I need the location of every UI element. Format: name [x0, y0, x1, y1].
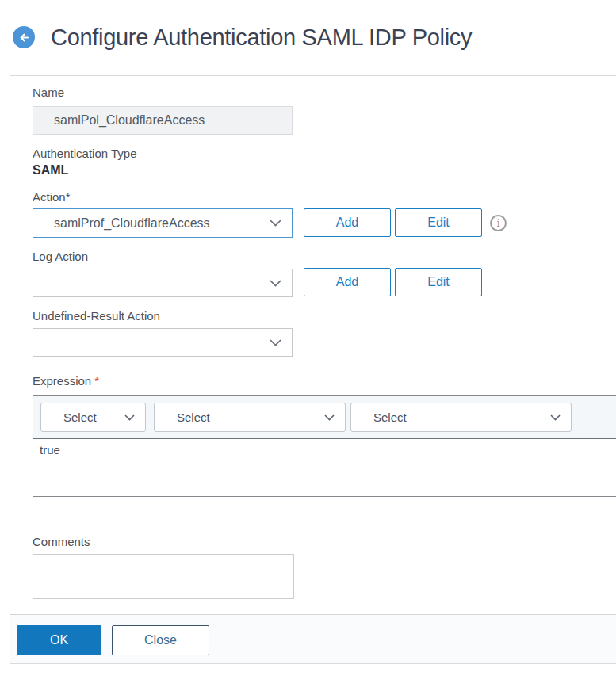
page-title: Configure Authentication SAML IDP Policy — [51, 23, 472, 52]
undefined-result-action-select[interactable] — [33, 328, 293, 357]
chevron-down-icon — [269, 338, 282, 347]
expression-select-3-value: Select — [373, 411, 407, 424]
chevron-down-icon — [269, 279, 282, 288]
log-action-add-button[interactable]: Add — [304, 268, 391, 296]
back-button[interactable] — [13, 26, 35, 48]
undefined-result-action-label: Undefined-Result Action — [33, 309, 160, 323]
arrow-left-icon — [17, 31, 31, 44]
action-select-value: samlProf_CloudflareAccess — [54, 216, 210, 231]
action-add-button[interactable]: Add — [304, 208, 391, 237]
expression-builder: Select Select Select true — [33, 395, 616, 497]
auth-type-value: SAML — [33, 163, 68, 178]
comments-textarea[interactable] — [33, 554, 294, 599]
action-label: Action* — [33, 190, 71, 204]
name-label: Name — [33, 86, 64, 99]
chevron-down-icon — [269, 219, 282, 227]
expression-select-2[interactable]: Select — [154, 403, 346, 432]
action-select[interactable]: samlProf_CloudflareAccess — [33, 208, 293, 238]
close-button[interactable]: Close — [112, 625, 209, 655]
required-asterisk: * — [94, 374, 99, 388]
chevron-down-icon — [124, 414, 136, 422]
page-header: Configure Authentication SAML IDP Policy — [0, 0, 616, 75]
form-panel: Name Authentication Type SAML Action* sa… — [10, 75, 616, 664]
chevron-down-icon — [323, 414, 335, 422]
info-icon[interactable] — [490, 215, 507, 231]
expression-label: Expression* — [33, 374, 99, 388]
footer-bar: OK Close — [10, 614, 616, 663]
comments-label: Comments — [33, 535, 90, 548]
chevron-down-icon — [549, 414, 561, 422]
expression-toolbar: Select Select Select — [33, 396, 616, 439]
expression-select-3[interactable]: Select — [350, 403, 572, 432]
log-action-edit-button[interactable]: Edit — [395, 268, 482, 296]
expression-label-text: Expression — [33, 374, 91, 388]
name-input[interactable] — [33, 106, 293, 135]
expression-editor[interactable]: true — [33, 439, 616, 497]
log-action-select[interactable] — [33, 269, 293, 297]
expression-select-1[interactable]: Select — [40, 403, 146, 432]
log-action-label: Log Action — [33, 250, 88, 263]
expression-select-1-value: Select — [63, 411, 97, 424]
expression-select-2-value: Select — [177, 411, 210, 424]
action-edit-button[interactable]: Edit — [395, 208, 482, 237]
ok-button[interactable]: OK — [17, 625, 101, 655]
auth-type-label: Authentication Type — [33, 147, 136, 160]
